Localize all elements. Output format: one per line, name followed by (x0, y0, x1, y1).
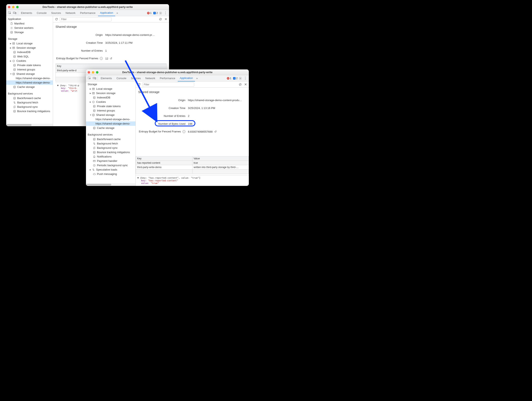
periodic-item[interactable]: Periodic background sync (86, 163, 135, 167)
scrollbar[interactable] (6, 124, 53, 126)
cookie-icon (92, 100, 95, 104)
bgsync-item[interactable]: Background sync (6, 105, 53, 109)
minimize-dot[interactable] (12, 6, 14, 8)
filter-input[interactable] (142, 83, 194, 87)
settings-icon[interactable] (158, 11, 163, 15)
info-icon[interactable]: i (183, 130, 185, 133)
tab-application[interactable]: Application (98, 10, 115, 16)
filter-input[interactable] (60, 17, 111, 21)
bytes-label: Number of Bytes Used (138, 122, 188, 125)
bgsync-item[interactable]: Background sync (86, 146, 135, 150)
tab-console[interactable]: Console (35, 10, 49, 16)
shared-storage-item[interactable]: ▼Shared storage (86, 113, 135, 117)
notifications-item[interactable]: Notifications (86, 154, 135, 159)
shared-storage-origin-1[interactable]: https://shared-storage-demo- (86, 117, 135, 121)
detail-summary[interactable]: ▼ {key: "has-reported-content", value: "… (137, 177, 247, 179)
interest-groups-item[interactable]: Interest groups (6, 67, 53, 72)
inspect-icon[interactable] (87, 76, 92, 81)
table-key-header[interactable]: Key (56, 64, 167, 68)
btm-item[interactable]: Bounce tracking mitigations (86, 150, 135, 154)
indexeddb-item[interactable]: IndexedDB (6, 50, 53, 54)
interest-groups-item[interactable]: Interest groups (86, 108, 135, 113)
local-storage-item[interactable]: ▶Local storage (86, 87, 135, 91)
tab-performance[interactable]: Performance (78, 10, 97, 16)
shared-storage-origin-2[interactable]: https://shared-storage-demo- (6, 80, 53, 85)
db-icon (13, 110, 16, 113)
websql-item[interactable]: Web SQL (6, 54, 53, 59)
infos-badge[interactable]: i2 (153, 11, 158, 14)
errors-badge[interactable]: ✕1 (147, 11, 152, 14)
storage-item[interactable]: Storage (6, 30, 53, 34)
bfcache-item[interactable]: Back/forward cache (6, 96, 53, 100)
zoom-dot[interactable] (16, 6, 19, 8)
speculative-item[interactable]: ▶Speculative loads (86, 167, 135, 172)
push-item[interactable]: Push messaging (86, 172, 135, 176)
inspect-icon[interactable] (7, 11, 12, 15)
zoom-dot[interactable] (96, 71, 98, 74)
session-storage-item[interactable]: ▶Session storage (6, 46, 53, 50)
budget-value: 8.830074998557688↺ (188, 130, 246, 133)
bfcache-item[interactable]: Back/forward cache (86, 137, 135, 141)
btm-item[interactable]: Bounce tracking mitigations (6, 109, 53, 113)
bgfetch-item[interactable]: Background fetch (6, 100, 53, 105)
device-icon[interactable] (13, 11, 17, 15)
tab-elements[interactable]: Elements (99, 75, 114, 82)
more-icon[interactable]: ⋮ (163, 11, 168, 15)
cookies-item[interactable]: ▶Cookies (86, 100, 135, 104)
pst-item[interactable]: Private state tokens (6, 63, 53, 67)
table-row[interactable]: has-reported-contenttrue (136, 161, 249, 165)
reload-icon[interactable] (54, 17, 58, 21)
shared-storage-item[interactable]: ▼Shared storage (6, 72, 53, 76)
settings-icon[interactable] (238, 76, 243, 81)
indexeddb-item[interactable]: IndexedDB (86, 95, 135, 100)
table-icon (12, 42, 15, 45)
close-icon[interactable]: ✕ (164, 17, 168, 21)
close-dot[interactable] (88, 71, 90, 74)
manifest-item[interactable]: Manifest (6, 21, 53, 26)
reset-icon[interactable]: ↺ (214, 130, 217, 133)
close-icon[interactable]: ✕ (243, 83, 247, 87)
tabs-overflow[interactable]: » (195, 77, 198, 80)
shared-storage-origin-1[interactable]: https://shared-storage-demo- (6, 76, 53, 80)
reload-icon[interactable] (137, 83, 141, 87)
tab-sources[interactable]: Sources (49, 10, 63, 16)
close-dot[interactable] (8, 6, 10, 8)
reset-icon[interactable]: ↺ (110, 57, 112, 60)
bgfetch-item[interactable]: Background fetch (86, 141, 135, 146)
caret-right-icon: ▶ (90, 101, 92, 103)
local-storage-item[interactable]: ▶Local storage (6, 41, 53, 46)
section-bgservices: Background services (6, 91, 53, 96)
table-row[interactable]: third-party-write-demowritten into third… (136, 165, 249, 170)
pst-item[interactable]: Private state tokens (86, 104, 135, 108)
db-icon (93, 109, 96, 112)
origin-value: https://shared-storage-demo-content-pr… (105, 33, 167, 37)
info-icon[interactable]: i (100, 57, 103, 60)
devtools-window-front: DevTools - shared-storage-demo-publisher… (86, 70, 249, 186)
tabs-overflow[interactable]: » (116, 11, 119, 14)
tab-sources[interactable]: Sources (129, 75, 143, 82)
shared-storage-origin-2[interactable]: https://shared-storage-demo- (86, 121, 135, 126)
device-icon[interactable] (92, 76, 97, 81)
scrollbar[interactable] (86, 183, 135, 186)
clear-icon[interactable] (158, 17, 162, 21)
more-icon[interactable]: ⋮ (243, 76, 247, 81)
service-workers-item[interactable]: Service workers (6, 26, 53, 30)
session-storage-item[interactable]: ▶Session storage (86, 91, 135, 95)
cookies-item[interactable]: ▶Cookies (6, 59, 53, 63)
minimize-dot[interactable] (92, 71, 94, 74)
table-icon (92, 92, 95, 95)
tab-network[interactable]: Network (143, 75, 158, 82)
tab-network[interactable]: Network (63, 10, 78, 16)
tab-performance[interactable]: Performance (158, 75, 177, 82)
table-value-header[interactable]: Value (192, 156, 249, 161)
cache-storage-item[interactable]: Cache storage (6, 85, 53, 89)
table-key-header[interactable]: Key (136, 156, 192, 161)
tab-application[interactable]: Application (178, 75, 195, 82)
tab-console[interactable]: Console (114, 75, 128, 82)
tab-elements[interactable]: Elements (19, 10, 34, 16)
payment-item[interactable]: Payment handler (86, 159, 135, 163)
errors-badge[interactable]: ✕1 (227, 77, 231, 80)
infos-badge[interactable]: i2 (233, 77, 238, 80)
cache-storage-item[interactable]: Cache storage (86, 126, 135, 130)
clear-icon[interactable] (238, 83, 242, 87)
